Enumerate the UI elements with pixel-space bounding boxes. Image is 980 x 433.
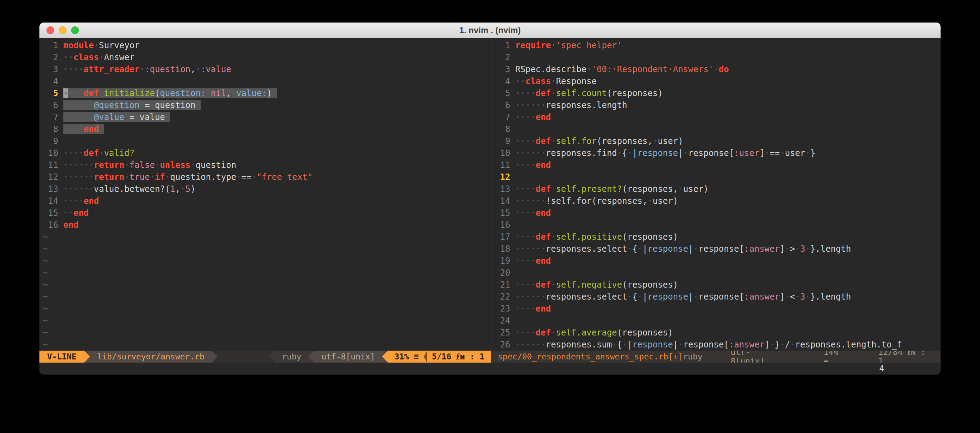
- position-right: 12/84 ℓɴ : 1: [878, 351, 932, 363]
- code-text: ······return·true·if·question.type·==·"f…: [64, 172, 313, 182]
- empty-line-tilde: ~: [43, 291, 491, 303]
- line-number: 4: [495, 75, 510, 87]
- code-line[interactable]: 9····def·self.for(responses,·user): [495, 135, 940, 147]
- code-line[interactable]: 1require·'spec_helper': [495, 40, 940, 51]
- line-number: 6: [43, 99, 58, 111]
- code-line[interactable]: 9: [43, 135, 491, 147]
- empty-line-tilde: ~: [43, 255, 491, 267]
- line-number: 24: [495, 315, 510, 327]
- code-text: ····def·self.negative(responses): [515, 280, 678, 290]
- code-line[interactable]: 19····end: [495, 255, 940, 267]
- empty-line-tilde: ~: [43, 279, 491, 291]
- code-line[interactable]: 12: [495, 171, 940, 183]
- code-line[interactable]: 13····def·self.present?(responses,·user): [495, 183, 940, 195]
- line-number: 15: [495, 207, 510, 219]
- code-text: ····end: [515, 160, 551, 170]
- line-number: 14: [495, 195, 510, 207]
- code-line[interactable]: 16end: [43, 219, 491, 231]
- line-number: 25: [495, 327, 510, 339]
- line-number: 5: [43, 87, 58, 99]
- terminal-window: 1. nvim . (nvim) 1module·Surveyor2··clas…: [40, 22, 940, 374]
- code-line[interactable]: 6······responses.length: [495, 99, 940, 111]
- code-line[interactable]: 8: [495, 123, 940, 135]
- code-line[interactable]: 8····end: [43, 123, 491, 135]
- line-number: 2: [495, 51, 510, 64]
- code-line[interactable]: 20: [495, 267, 940, 279]
- code-line[interactable]: 3RSpec.describe·'00:·Respondent·Answers'…: [495, 64, 940, 75]
- command-line[interactable]: 4: [40, 363, 940, 374]
- code-line[interactable]: 25····def·self.average(responses): [495, 327, 940, 339]
- code-line[interactable]: 3····attr_reader·:question,·:value: [43, 64, 491, 75]
- code-line[interactable]: 26······responses.sum·{·|response|·respo…: [495, 339, 940, 351]
- code-line[interactable]: 6······@question·=·question: [43, 99, 491, 111]
- code-line[interactable]: 7······@value·=·value: [43, 111, 491, 123]
- code-text: ····def·self.count(responses): [515, 88, 663, 98]
- code-text: require·'spec_helper': [515, 40, 622, 50]
- code-line[interactable]: 11····end: [495, 159, 940, 171]
- empty-line-tilde: ~: [43, 327, 491, 339]
- code-text: ··class·Answer: [64, 53, 134, 62]
- code-text: ······responses.select·{·|response|·resp…: [515, 244, 851, 254]
- line-number: 10: [495, 147, 510, 159]
- code-line[interactable]: 4: [43, 75, 491, 87]
- code-line[interactable]: 11······return·false·unless·question: [43, 159, 491, 171]
- code-line[interactable]: 23····end: [495, 303, 940, 315]
- code-line[interactable]: 2··class·Answer: [43, 51, 491, 64]
- code-text: ····def·valid?: [64, 148, 134, 158]
- statusline-right: spec/00_respondents_answers_spec.rb[+] r…: [491, 351, 940, 363]
- editor-pane-right[interactable]: 1require·'spec_helper'23RSpec.describe·'…: [491, 38, 940, 351]
- line-number: 7: [495, 111, 510, 123]
- line-number: 17: [495, 231, 510, 243]
- code-line[interactable]: 18······responses.select·{·|response|·re…: [495, 243, 940, 255]
- code-line[interactable]: 10······responses.find·{·|response|·resp…: [495, 147, 940, 159]
- filename-left: lib/surveyor/answer.rb: [90, 351, 212, 363]
- line-number: 13: [495, 183, 510, 195]
- code-line[interactable]: 10····def·valid?: [43, 147, 491, 159]
- code-line[interactable]: 14····end: [43, 195, 491, 207]
- code-line[interactable]: 15····end: [495, 207, 940, 219]
- code-line[interactable]: 16: [495, 219, 940, 231]
- code-line[interactable]: 5····def·self.count(responses): [495, 87, 940, 99]
- line-number: 14: [43, 195, 58, 207]
- pending-command-count: 4: [879, 363, 884, 374]
- code-line[interactable]: 5····def·initialize(question:·nil,·value…: [43, 87, 491, 99]
- encoding-left: utf-8[unix]: [314, 351, 382, 363]
- empty-line-tilde: ~: [43, 339, 491, 351]
- code-text: ······responses.length: [515, 100, 627, 110]
- code-line[interactable]: 17····def·self.positive(responses): [495, 231, 940, 243]
- editor-pane-left[interactable]: 1module·Surveyor2··class·Answer3····attr…: [40, 38, 491, 351]
- nvim-terminal: 1module·Surveyor2··class·Answer3····attr…: [40, 38, 940, 374]
- code-line[interactable]: 12······return·true·if·question.type·==·…: [43, 171, 491, 183]
- line-number: 22: [495, 291, 510, 303]
- position-left-label: 5/16 ℓɴ : 1: [432, 352, 484, 361]
- statuslines: V-LINE lib/surveyor/answer.rb ruby utf-8…: [40, 351, 940, 363]
- filetype-left: ruby: [275, 351, 309, 363]
- code-text: ······@question·=·question: [64, 100, 200, 110]
- code-text: ····def·initialize(question:·nil,·value:…: [64, 88, 277, 98]
- code-text: ····end: [64, 196, 99, 206]
- code-line[interactable]: 1module·Surveyor: [43, 40, 491, 51]
- line-number: 16: [43, 219, 58, 231]
- filetype-right: ruby: [683, 352, 702, 361]
- line-number: 11: [495, 159, 510, 171]
- code-line[interactable]: 7····end: [495, 111, 940, 123]
- line-number: 16: [495, 219, 510, 231]
- code-text: ······@value·=·value: [64, 112, 170, 122]
- titlebar[interactable]: 1. nvim . (nvim): [40, 22, 940, 38]
- code-text: ······responses.sum·{·|response|·respons…: [515, 340, 902, 350]
- line-number: 10: [43, 147, 58, 159]
- code-line[interactable]: 24: [495, 315, 940, 327]
- code-text: ··class·Response: [515, 76, 597, 86]
- code-line[interactable]: 2: [495, 51, 940, 64]
- code-text: ······responses.select·{·|response|·resp…: [515, 292, 851, 302]
- code-line[interactable]: 22······responses.select·{·|response|·re…: [495, 291, 940, 303]
- code-text: ····end: [515, 208, 551, 218]
- code-line[interactable]: 15··end: [43, 207, 491, 219]
- line-number: 13: [43, 183, 58, 195]
- code-line[interactable]: 14······!self.for(responses,·user): [495, 195, 940, 207]
- code-line[interactable]: 21····def·self.negative(responses): [495, 279, 940, 291]
- code-line[interactable]: 4··class·Response: [495, 75, 940, 87]
- statusline-left: V-LINE lib/surveyor/answer.rb ruby utf-8…: [40, 351, 491, 363]
- code-line[interactable]: 13······value.between?(1,·5): [43, 183, 491, 195]
- code-text: ····end: [515, 256, 551, 266]
